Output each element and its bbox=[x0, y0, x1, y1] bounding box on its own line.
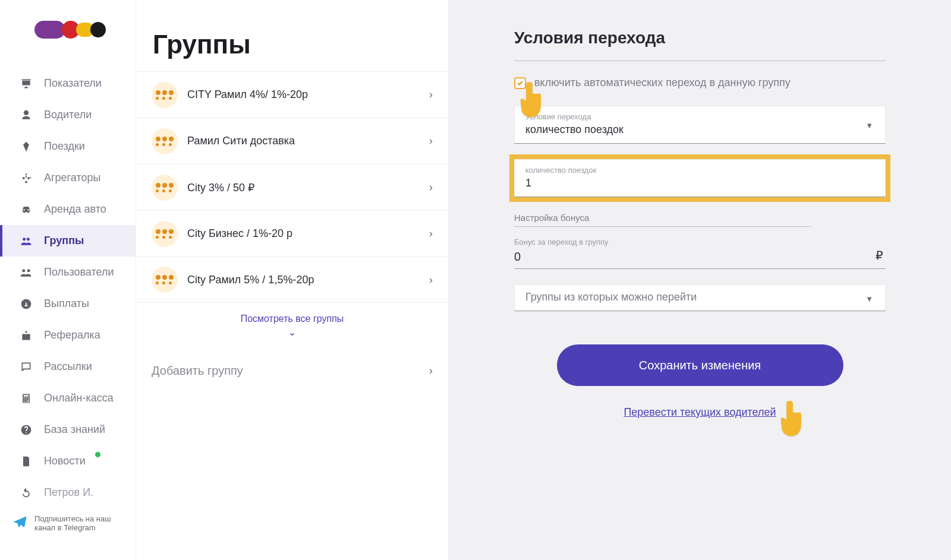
nav-item-current-user[interactable]: Петров И. bbox=[0, 477, 136, 508]
presentation-icon bbox=[19, 78, 33, 90]
nav: Показатели Водители Поездки Агрегаторы А… bbox=[0, 68, 136, 508]
refresh-icon bbox=[19, 487, 33, 499]
nav-label: Аренда авто bbox=[44, 203, 106, 216]
nav-label: Агрегаторы bbox=[44, 172, 100, 184]
nav-label: Показатели bbox=[44, 77, 102, 90]
nav-item-users[interactable]: Пользователи bbox=[0, 257, 136, 288]
currency-unit: ₽ bbox=[876, 248, 886, 264]
chat-icon bbox=[19, 361, 33, 373]
chevron-right-icon: › bbox=[429, 181, 433, 194]
group-item[interactable]: CITY Рамил 4%/ 1%-20р › bbox=[136, 71, 448, 118]
nav-label: Пользователи bbox=[44, 266, 114, 279]
group-item[interactable]: City 3% / 50 ₽ › bbox=[136, 164, 448, 210]
from-groups-select[interactable]: Группы из которых можно перейти ▼ bbox=[514, 284, 886, 311]
add-group[interactable]: Добавить группу › bbox=[136, 338, 448, 378]
group-icon bbox=[152, 267, 178, 293]
chevron-down-icon: ⌄ bbox=[136, 327, 448, 338]
bonus-section-title: Настройка бонуса bbox=[514, 213, 811, 227]
user-icon bbox=[19, 109, 33, 121]
page-title: Группы bbox=[136, 0, 448, 71]
telegram-promo[interactable]: Подпишитесь на наш канал в Telegram bbox=[0, 508, 136, 538]
nav-item-news[interactable]: Новости bbox=[0, 445, 136, 477]
conditions-panel: Условия перехода включить автоматических… bbox=[449, 0, 951, 560]
app-logo bbox=[0, 15, 136, 44]
group-icon bbox=[152, 175, 178, 201]
transfer-drivers-link[interactable]: Перевести текущих водителей bbox=[514, 406, 886, 419]
chevron-right-icon: › bbox=[429, 135, 433, 147]
add-group-label: Добавить группу bbox=[152, 364, 243, 378]
nav-label: Рефералка bbox=[44, 329, 100, 341]
users-icon bbox=[19, 235, 33, 247]
group-list: CITY Рамил 4%/ 1%-20р › Рамил Сити доста… bbox=[136, 71, 448, 303]
chevron-right-icon: › bbox=[429, 365, 433, 377]
users-pair-icon bbox=[19, 267, 33, 279]
trips-count-field[interactable]: количество поездок 1 bbox=[514, 159, 886, 197]
field-value: количество поездок bbox=[525, 124, 874, 136]
help-icon bbox=[19, 424, 33, 436]
group-label: City Рамил 5% / 1,5%-20р bbox=[187, 274, 429, 286]
nav-label: Выплаты bbox=[44, 298, 89, 310]
nav-item-drivers[interactable]: Водители bbox=[0, 99, 136, 131]
telegram-icon bbox=[12, 514, 29, 531]
telegram-promo-text: Подпишитесь на наш канал в Telegram bbox=[34, 514, 131, 532]
nav-item-kassa[interactable]: Онлайн-касса bbox=[0, 382, 136, 414]
group-icon bbox=[152, 128, 178, 154]
nav-item-knowledge[interactable]: База знаний bbox=[0, 414, 136, 445]
condition-select[interactable]: Условие перехода количество поездок ▼ bbox=[514, 106, 886, 144]
doc-icon bbox=[19, 455, 33, 467]
group-item[interactable]: Рамил Сити доставка › bbox=[136, 118, 448, 164]
nav-label: Новости bbox=[44, 455, 86, 467]
nav-label: Водители bbox=[44, 109, 92, 121]
nav-item-indicators[interactable]: Показатели bbox=[0, 68, 136, 99]
nav-item-mailings[interactable]: Рассылки bbox=[0, 351, 136, 382]
check-icon bbox=[517, 80, 524, 87]
group-icon bbox=[152, 82, 178, 108]
nav-label: Петров И. bbox=[44, 486, 93, 499]
group-label: City Бизнес / 1%-20 р bbox=[187, 227, 429, 240]
nav-item-referral[interactable]: Рефералка bbox=[0, 319, 136, 351]
calculator-icon bbox=[19, 393, 33, 404]
auto-switch-checkbox[interactable] bbox=[514, 77, 526, 89]
chevron-right-icon: › bbox=[429, 227, 433, 240]
payout-icon bbox=[19, 298, 33, 310]
bonus-field[interactable]: Бонус за переход в группу 0 ₽ bbox=[514, 238, 886, 269]
nav-label: Поездки bbox=[44, 140, 85, 153]
save-button[interactable]: Сохранить изменения bbox=[557, 344, 843, 386]
group-item[interactable]: City Бизнес / 1%-20 р › bbox=[136, 210, 448, 257]
group-item[interactable]: City Рамил 5% / 1,5%-20р › bbox=[136, 257, 448, 303]
panel-title: Условия перехода bbox=[514, 29, 886, 61]
auto-switch-label: включить автоматических переход в данную… bbox=[534, 77, 791, 89]
nav-item-groups[interactable]: Группы bbox=[0, 225, 136, 257]
car-icon bbox=[19, 204, 33, 216]
chevron-right-icon: › bbox=[429, 88, 433, 101]
badge-dot bbox=[95, 452, 100, 457]
nav-label: Группы bbox=[44, 235, 84, 247]
group-label: CITY Рамил 4%/ 1%-20р bbox=[187, 88, 429, 101]
chevron-right-icon: › bbox=[429, 274, 433, 286]
chevron-down-icon: ▼ bbox=[865, 121, 873, 130]
field-value: 1 bbox=[525, 177, 874, 189]
nav-item-trips[interactable]: Поездки bbox=[0, 131, 136, 162]
field-value: 0 bbox=[514, 250, 876, 264]
nav-label: База знаний bbox=[44, 423, 105, 436]
nav-label: Онлайн-касса bbox=[44, 392, 114, 404]
hierarchy-icon bbox=[19, 172, 33, 184]
nav-label: Рассылки bbox=[44, 360, 92, 373]
field-label: Условие перехода bbox=[525, 112, 874, 121]
nav-item-payouts[interactable]: Выплаты bbox=[0, 288, 136, 319]
field-label: Бонус за переход в группу bbox=[514, 238, 876, 246]
field-placeholder: Группы из которых можно перейти bbox=[525, 291, 874, 303]
see-all-label: Посмотреть все группы bbox=[241, 314, 344, 324]
nav-item-aggregators[interactable]: Агрегаторы bbox=[0, 162, 136, 194]
referral-icon bbox=[19, 330, 33, 341]
groups-panel: Группы CITY Рамил 4%/ 1%-20р › Рамил Сит… bbox=[136, 0, 449, 560]
group-icon bbox=[152, 221, 178, 247]
auto-switch-row[interactable]: включить автоматических переход в данную… bbox=[514, 77, 886, 89]
sidebar: Показатели Водители Поездки Агрегаторы А… bbox=[0, 0, 136, 560]
nav-item-rent[interactable]: Аренда авто bbox=[0, 194, 136, 225]
group-label: City 3% / 50 ₽ bbox=[187, 181, 429, 194]
group-label: Рамил Сити доставка bbox=[187, 135, 429, 147]
field-label: количество поездок bbox=[525, 166, 874, 175]
see-all-groups[interactable]: Посмотреть все группы ⌄ bbox=[136, 303, 448, 338]
diamond-icon bbox=[19, 141, 33, 153]
